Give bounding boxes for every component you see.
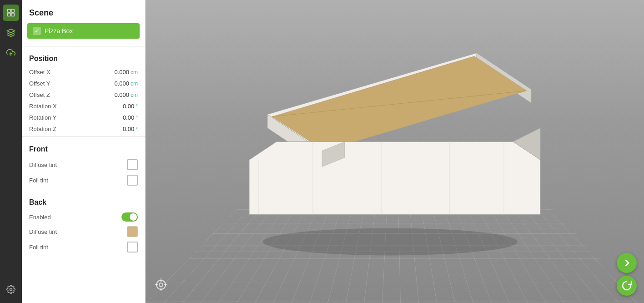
front-diffuse-tint-row: Diffuse tint [22, 157, 145, 172]
sidebar-scene-btn[interactable] [3, 5, 19, 21]
offset-y-value: 0.000 cm [114, 80, 138, 87]
svg-rect-2 [8, 13, 11, 16]
back-diffuse-tint-swatch[interactable] [127, 226, 138, 237]
rotation-y-value: 0.00 ° [123, 114, 138, 121]
front-foil-tint-checkbox[interactable] [127, 175, 138, 186]
back-enabled-row: Enabled [22, 210, 145, 224]
back-foil-tint-checkbox[interactable] [127, 242, 138, 252]
pizza-box-model [222, 19, 568, 264]
offset-x-label: Offset X [29, 69, 114, 76]
toggle-knob [130, 213, 137, 221]
scene-item-pizza-box[interactable]: ✓ Pizza Box [27, 23, 140, 39]
offset-z-value: 0.000 cm [114, 91, 138, 98]
sidebar-settings-btn[interactable] [3, 281, 19, 298]
prop-offset-z: Offset Z 0.000 cm [22, 89, 145, 101]
offset-z-label: Offset Z [29, 91, 114, 98]
scene-item-check: ✓ [33, 27, 41, 35]
back-section-title: Back [22, 192, 145, 210]
svg-marker-16 [249, 141, 540, 214]
front-diffuse-tint-checkbox[interactable] [127, 159, 138, 170]
svg-rect-3 [11, 13, 15, 16]
svg-rect-1 [11, 10, 15, 13]
divider-3 [22, 190, 145, 190]
scene-item-label: Pizza Box [45, 27, 73, 35]
sidebar-bottom [3, 281, 19, 303]
rotation-x-label: Rotation X [29, 103, 123, 110]
viewport-buttons [617, 253, 637, 296]
position-section-title: Position [22, 48, 145, 66]
rotation-z-label: Rotation Z [29, 126, 123, 132]
prop-offset-x: Offset X 0.000 cm [22, 66, 145, 78]
prop-rotation-y: Rotation Y 0.00 ° [22, 112, 145, 123]
offset-y-label: Offset Y [29, 80, 114, 87]
front-foil-tint-label: Foil tint [29, 177, 127, 184]
sidebar-upload-btn[interactable] [3, 45, 19, 61]
divider-2 [22, 136, 145, 137]
back-enabled-toggle[interactable] [121, 212, 138, 222]
offset-x-value: 0.000 cm [114, 69, 138, 76]
rotation-x-value: 0.00 ° [123, 103, 138, 110]
back-foil-tint-label: Foil tint [29, 244, 127, 251]
front-diffuse-tint-label: Diffuse tint [29, 162, 127, 168]
rotation-z-value: 0.00 ° [123, 126, 138, 132]
next-button[interactable] [617, 253, 637, 273]
left-panel: Scene ✓ Pizza Box Position Offset X 0.00… [22, 0, 146, 303]
rotation-y-label: Rotation Y [29, 114, 123, 121]
prop-rotation-z: Rotation Z 0.00 ° [22, 123, 145, 135]
back-diffuse-tint-row: Diffuse tint [22, 224, 145, 239]
prop-offset-y: Offset Y 0.000 cm [22, 78, 145, 89]
front-section-title: Front [22, 139, 145, 157]
svg-point-25 [159, 283, 163, 287]
divider-1 [22, 46, 145, 46]
viewport[interactable] [146, 0, 644, 303]
svg-rect-0 [8, 10, 11, 13]
svg-point-5 [10, 288, 12, 291]
reset-button[interactable] [617, 276, 637, 296]
svg-point-6 [263, 228, 518, 255]
sidebar-group-btn[interactable] [3, 25, 19, 41]
back-diffuse-tint-label: Diffuse tint [29, 228, 127, 235]
target-icon[interactable] [155, 278, 167, 294]
back-foil-tint-row: Foil tint [22, 239, 145, 255]
back-enabled-label: Enabled [29, 214, 121, 221]
prop-rotation-x: Rotation X 0.00 ° [22, 101, 145, 112]
sidebar [0, 0, 22, 303]
panel-title: Scene [22, 0, 145, 23]
front-foil-tint-row: Foil tint [22, 172, 145, 188]
